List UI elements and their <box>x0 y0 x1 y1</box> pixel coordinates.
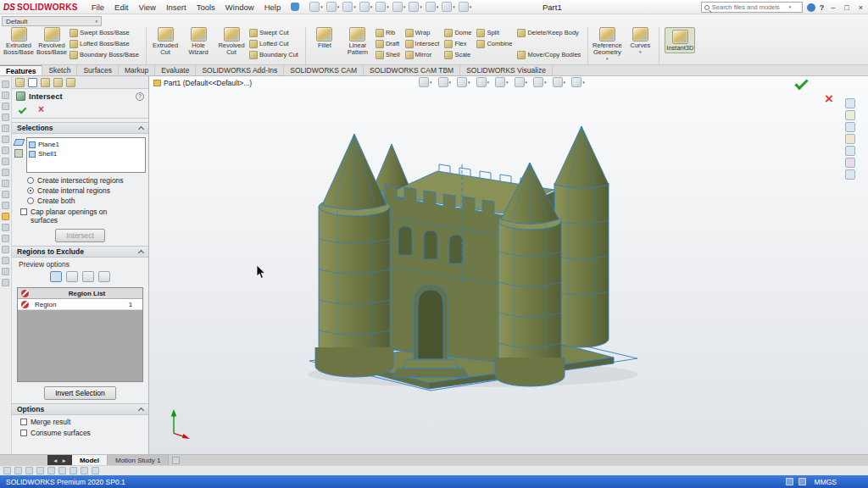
left-toolbar-icon[interactable] <box>2 235 9 242</box>
selections-section-header[interactable]: Selections <box>12 122 148 134</box>
hud-icon-zoom-area[interactable]: ▾ <box>438 77 452 87</box>
tab-sketch[interactable]: Sketch <box>42 65 77 75</box>
tab-features[interactable]: Features <box>0 65 42 75</box>
left-toolbar-icon[interactable] <box>2 268 9 275</box>
left-toolbar-icon[interactable] <box>2 92 9 99</box>
quick-icon-redo[interactable]: ▾ <box>392 2 406 12</box>
hud-icon-display-style[interactable]: ▾ <box>515 77 528 87</box>
quick-icon-rebuild[interactable]: ▾ <box>426 2 439 12</box>
units-indicator[interactable]: MMGS <box>815 478 837 486</box>
quick-icon-open[interactable]: ▾ <box>326 2 340 12</box>
left-toolbar-icon[interactable] <box>2 103 9 110</box>
task-pane-icon-file-explorer[interactable] <box>845 122 855 132</box>
feature-breadcrumb[interactable]: Part1 (Default<<Default>...) <box>153 79 252 87</box>
preview-toggle-inverted-regions[interactable] <box>82 271 94 282</box>
linear-pattern-button[interactable]: Linear Pattern <box>342 27 373 56</box>
ribbon-button-swept-cut[interactable]: Swept Cut <box>249 27 302 38</box>
quick-icon-save[interactable]: ▾ <box>342 2 356 12</box>
menu-view[interactable]: View <box>133 1 160 14</box>
radio-create-internal-regions[interactable]: Create internal regions <box>12 185 148 195</box>
curves-button[interactable]: Curves ▾ <box>625 27 655 54</box>
new-motion-study-icon[interactable] <box>172 457 180 464</box>
sketch-tool-icon-circle[interactable] <box>25 467 33 474</box>
preview-toggle-transparent-preview[interactable] <box>98 271 110 282</box>
instant3d-button[interactable]: Instant3D <box>665 27 695 53</box>
quick-icon-file-properties[interactable]: ▾ <box>442 2 455 12</box>
region-row[interactable]: Region 1 <box>18 299 142 310</box>
ribbon-button-boundary-boss-base[interactable]: Boundary Boss/Base <box>70 49 142 60</box>
tab-markup[interactable]: Markup <box>119 65 155 75</box>
ribbon-button-flex[interactable]: Flex <box>444 38 475 49</box>
menu-edit[interactable]: Edit <box>109 1 133 14</box>
quick-icon-print[interactable]: ▾ <box>359 2 373 12</box>
manager-tab-icon-display-manager[interactable] <box>66 78 75 87</box>
manager-tab-icon-configuration-manager[interactable] <box>41 78 50 87</box>
pin-icon[interactable] <box>291 3 299 11</box>
minimize-button[interactable]: – <box>828 3 837 12</box>
revolved-boss-base-button[interactable]: Revolved Boss/Base <box>36 27 67 56</box>
ribbon-button-scale[interactable]: Scale <box>444 49 475 60</box>
ribbon-button-intersect[interactable]: Intersect <box>405 38 443 49</box>
ribbon-button-rib[interactable]: Rib <box>376 27 403 38</box>
status-icon[interactable] <box>798 478 806 485</box>
selection-item[interactable]: Plane1 <box>29 140 143 149</box>
tab-solidworks-cam[interactable]: SOLIDWORKS CAM <box>284 65 364 75</box>
left-toolbar-icon[interactable] <box>2 169 9 176</box>
cancel-x-icon[interactable]: × <box>38 104 44 114</box>
extruded-boss-base-button[interactable]: Extruded Boss/Base <box>3 27 34 56</box>
sketch-tool-icon-line[interactable] <box>14 467 22 474</box>
quick-icon-undo[interactable]: ▾ <box>376 2 389 12</box>
preview-toggle-included-regions[interactable] <box>50 271 62 282</box>
ribbon-button-mirror[interactable]: Mirror <box>405 49 443 60</box>
tab-evaluate[interactable]: Evaluate <box>155 65 196 75</box>
account-icon[interactable] <box>807 3 815 12</box>
ribbon-button-lofted-boss-base[interactable]: Lofted Boss/Base <box>70 38 142 49</box>
left-toolbar-icon[interactable] <box>2 246 9 253</box>
ribbon-button-dome[interactable]: Dome <box>444 27 475 38</box>
radio-icon[interactable] <box>27 177 34 184</box>
ribbon-button-move-copy-bodies[interactable]: Move/Copy Bodies <box>517 49 584 60</box>
left-toolbar-icon[interactable] <box>2 114 9 121</box>
region-list-empty-area[interactable] <box>18 310 142 381</box>
menu-help[interactable]: Help <box>259 1 287 14</box>
manager-tab-icon-featuremanager-tree[interactable] <box>15 78 25 87</box>
ribbon-button-draft[interactable]: Draft <box>376 38 403 49</box>
left-toolbar-icon[interactable] <box>2 180 9 187</box>
selection-list-box[interactable]: Plane1 Shell1 <box>26 137 146 173</box>
left-toolbar-icon[interactable] <box>2 213 9 220</box>
menu-tools[interactable]: Tools <box>192 1 220 14</box>
left-toolbar-icon[interactable] <box>2 158 9 165</box>
merge-result-checkbox[interactable]: Merge result <box>12 415 148 426</box>
task-pane-icon-custom-properties[interactable] <box>845 158 855 168</box>
task-pane-icon-appearances[interactable] <box>845 146 855 156</box>
revolved-cut-button[interactable]: Revolved Cut <box>216 27 247 56</box>
radio-icon-selected[interactable] <box>27 187 34 194</box>
chevron-down-icon[interactable]: ▾ <box>789 5 792 9</box>
radio-icon[interactable] <box>27 197 34 204</box>
maximize-button[interactable]: □ <box>842 3 851 12</box>
radio-create-both[interactable]: Create both <box>12 195 148 205</box>
manager-tab-icon-dimxpert-manager[interactable] <box>53 78 63 87</box>
task-pane-icon-forum[interactable] <box>845 169 855 180</box>
graphics-viewport[interactable]: Part1 (Default<<Default>...) ▾ ▾ ▾ ▾ <box>149 76 868 454</box>
preview-toggle-excluded-regions[interactable] <box>66 271 78 282</box>
sketch-tool-icon-spline[interactable] <box>70 467 77 474</box>
model-tab[interactable]: Model <box>72 455 108 465</box>
sketch-tool-icon-arc[interactable] <box>36 467 44 474</box>
status-icon[interactable] <box>786 478 793 485</box>
options-section-header[interactable]: Options <box>12 403 148 415</box>
menu-file[interactable]: File <box>86 1 109 14</box>
ribbon-button-split[interactable]: Split <box>476 27 515 38</box>
task-pane-icon-home[interactable] <box>845 98 855 108</box>
hud-icon-view-settings[interactable]: ▾ <box>571 77 585 87</box>
ribbon-button-swept-boss-base[interactable]: Swept Boss/Base <box>70 27 142 38</box>
help-icon[interactable]: ? <box>136 92 144 101</box>
hud-icon-section-view[interactable]: ▾ <box>476 77 490 87</box>
left-toolbar-icon[interactable] <box>2 191 9 198</box>
hud-icon-hide-show-items[interactable]: ▾ <box>533 77 547 87</box>
configuration-combo[interactable]: Default ▾ <box>2 16 102 26</box>
scroll-right-icon[interactable]: ► <box>61 458 66 463</box>
left-toolbar-icon[interactable] <box>2 136 9 143</box>
tab-surfaces[interactable]: Surfaces <box>77 65 119 75</box>
radio-create-intersecting-regions[interactable]: Create intersecting regions <box>12 175 148 185</box>
